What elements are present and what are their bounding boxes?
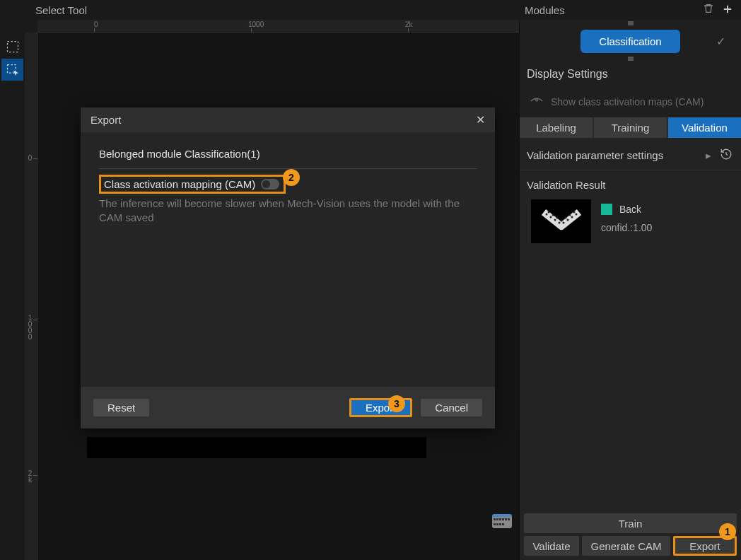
svg-point-11 <box>547 211 549 214</box>
validation-param-settings-label: Validation parameter settings <box>527 149 663 161</box>
svg-point-4 <box>549 216 552 218</box>
connector-top-icon <box>628 21 634 25</box>
cancel-button[interactable]: Cancel <box>421 399 482 416</box>
svg-point-6 <box>558 222 560 224</box>
close-icon[interactable]: ✕ <box>476 113 485 127</box>
trash-icon[interactable] <box>703 3 714 18</box>
svg-point-7 <box>562 222 564 224</box>
generate-cam-button[interactable]: Generate CAM <box>582 536 670 556</box>
checkmark-icon: ✓ <box>716 35 725 48</box>
callout-2: 2 <box>283 169 300 186</box>
validation-result-header: Validation Result <box>520 170 741 197</box>
confidence-value: confid.:1.00 <box>601 222 652 233</box>
tab-training[interactable]: Training <box>594 117 667 138</box>
svg-point-10 <box>575 214 577 216</box>
svg-point-15 <box>564 217 566 219</box>
tab-labeling[interactable]: Labeling <box>520 117 593 138</box>
connector-bottom-icon <box>628 57 634 61</box>
svg-point-5 <box>554 219 556 221</box>
cam-note: The inference will become slower when Me… <box>99 197 477 226</box>
callout-1: 1 <box>719 523 736 540</box>
class-label: Back <box>619 204 641 215</box>
modules-title: Modules <box>525 4 565 16</box>
svg-point-3 <box>545 214 547 216</box>
callout-3: 3 <box>388 395 405 412</box>
history-icon[interactable] <box>720 148 733 163</box>
svg-point-8 <box>566 219 568 221</box>
svg-point-12 <box>552 214 554 216</box>
keyboard-icon[interactable] <box>492 514 512 528</box>
tab-validation[interactable]: Validation <box>668 117 741 138</box>
svg-point-2 <box>535 99 537 101</box>
svg-point-14 <box>560 220 562 222</box>
display-settings-header: Display Settings <box>520 62 741 86</box>
plus-icon[interactable] <box>721 3 734 18</box>
belonged-module-label: Belonged module Classification(1) <box>99 148 477 160</box>
svg-rect-0 <box>7 41 18 52</box>
validate-button[interactable]: Validate <box>524 536 579 556</box>
svg-point-13 <box>556 217 558 219</box>
export-dialog: Export ✕ Belonged module Classification(… <box>81 107 495 428</box>
ruler-horizontal: 0 1000 2k <box>37 20 519 33</box>
result-card[interactable]: Back confid.:1.00 <box>520 197 741 250</box>
result-thumbnail <box>531 199 591 243</box>
eye-icon <box>530 96 544 107</box>
class-color-swatch <box>601 204 612 215</box>
ruler-vertical: 0 1000 2k <box>25 33 37 560</box>
train-button[interactable]: Train <box>524 513 737 533</box>
pointer-tool[interactable] <box>1 59 23 81</box>
svg-point-9 <box>571 216 573 218</box>
select-tool-title: Select Tool <box>0 0 519 20</box>
canvas-content <box>87 437 426 458</box>
cam-option-label: Class activation mapping (CAM) <box>104 178 255 190</box>
cam-toggle[interactable] <box>261 179 279 189</box>
dialog-title: Export <box>91 114 121 126</box>
expand-icon[interactable]: ▸ <box>706 149 711 162</box>
show-cam-label: Show class activation maps (CAM) <box>551 96 704 107</box>
svg-point-16 <box>568 214 571 216</box>
classification-module-button[interactable]: Classification <box>580 30 679 53</box>
svg-point-17 <box>573 211 575 214</box>
reset-button[interactable]: Reset <box>93 399 149 416</box>
selection-marquee-tool[interactable] <box>1 35 23 57</box>
